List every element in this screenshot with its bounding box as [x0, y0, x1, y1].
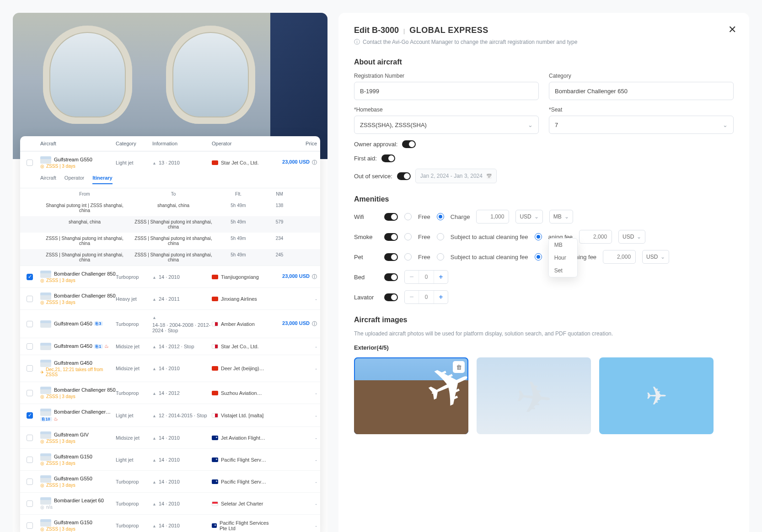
unit-option-mb[interactable]: MB	[549, 239, 577, 251]
reg-input[interactable]: B-1999	[354, 82, 539, 100]
lavator-minus-button[interactable]: −	[405, 291, 419, 303]
table-row[interactable]: Gulfstream GIV◎ ZSSS | 3 days Midsize je…	[20, 426, 320, 448]
smoke-currency-select[interactable]: USD⌄	[618, 230, 645, 244]
table-row[interactable]: Gulfstream G450 ⎘ 1 ♨ Midsize jet 14 · 2…	[20, 338, 320, 355]
aircraft-thumb	[40, 360, 51, 367]
pet-amount-input[interactable]	[603, 250, 636, 264]
first-aid-toggle[interactable]	[381, 154, 395, 162]
seats-icon	[152, 501, 156, 506]
row-checkbox[interactable]	[27, 479, 33, 485]
tab-itinerary[interactable]: Itinerary	[92, 175, 112, 184]
seat-select[interactable]: 7⌄	[549, 116, 734, 134]
close-icon[interactable]: ✕	[728, 24, 736, 36]
calendar-icon	[486, 173, 492, 179]
wifi-charge-radio[interactable]	[437, 213, 444, 220]
flag-icon	[212, 366, 218, 371]
bed-label: Bed	[354, 274, 378, 281]
detail-tabs: AircraftOperatorItinerary	[20, 173, 320, 188]
exterior-label: Exterior(4/5)	[354, 344, 734, 351]
pet-clean-radio[interactable]	[437, 253, 444, 261]
col-category: Category	[116, 141, 152, 146]
wifi-amount-input[interactable]	[476, 210, 509, 223]
exterior-image-3[interactable]: ✈	[599, 357, 714, 434]
unit-option-set[interactable]: Set	[549, 264, 577, 277]
row-checkbox[interactable]	[27, 321, 33, 327]
row-checkbox[interactable]: ✓	[27, 412, 33, 419]
seat-label: *Seat	[549, 106, 734, 113]
out-of-service-toggle[interactable]	[397, 172, 411, 180]
table-row[interactable]: Bombardier Challenger 850◎ ZSSS | 3 days…	[20, 287, 320, 309]
row-checkbox[interactable]	[27, 160, 33, 166]
wifi-toggle[interactable]	[384, 213, 398, 221]
row-checkbox[interactable]	[27, 457, 33, 463]
firstaid-label: First aid:	[354, 155, 377, 162]
exterior-image-1[interactable]: ✈ 🗑	[354, 357, 468, 434]
row-checkbox[interactable]	[27, 296, 33, 302]
flag-icon	[212, 479, 218, 484]
aircraft-thumb	[40, 497, 51, 505]
bed-minus-button[interactable]: −	[405, 271, 419, 283]
bed-stepper[interactable]: − 0 +	[404, 270, 448, 284]
seats-icon	[152, 457, 156, 463]
owner-approval-toggle[interactable]	[402, 140, 416, 148]
edit-title: Edit B-3000	[354, 26, 399, 35]
seats-icon	[152, 435, 156, 441]
row-checkbox[interactable]	[27, 390, 33, 396]
aircraft-list-panel: Aircraft Category Information Operator P…	[13, 13, 327, 532]
section-about: About aircraft	[354, 58, 734, 66]
cat-input[interactable]: Bombardier Challenger 650	[549, 82, 734, 100]
row-checkbox[interactable]	[27, 522, 33, 529]
smoke-label: Smoke	[354, 234, 378, 240]
table-row[interactable]: Gulfstream G150◎ ZSSS | 3 days Light jet…	[20, 448, 320, 470]
row-checkbox[interactable]	[27, 500, 33, 507]
smoke-amount-input[interactable]	[579, 230, 612, 244]
wifi-unit-dropdown: MB Hour Set	[548, 238, 578, 277]
flag-icon	[212, 501, 218, 506]
unit-option-hour[interactable]: Hour	[549, 251, 577, 264]
table-row[interactable]: ✓ Bombardier Challenger… ⎘ 10 ♨ Light je…	[20, 404, 320, 426]
table-row[interactable]: Gulfstream G450✈ Dec,21, 12:21 takes off…	[20, 355, 320, 382]
exterior-image-2[interactable]: ✈	[477, 357, 591, 434]
table-row[interactable]: Gulfstream G450 ⎘ 3 Turboprop 14-18 · 20…	[20, 309, 320, 338]
wifi-currency-select[interactable]: USD⌄	[515, 210, 542, 223]
aircraft-table: Aircraft Category Information Operator P…	[20, 136, 320, 532]
smoke-clean-radio[interactable]	[437, 233, 444, 240]
row-checkbox[interactable]	[27, 365, 33, 372]
chevron-down-icon: ⌄	[528, 122, 533, 128]
flag-icon	[212, 413, 218, 418]
bed-plus-button[interactable]: +	[434, 271, 448, 283]
lavator-plus-button[interactable]: +	[434, 291, 448, 303]
table-row[interactable]: Bombardier Challenger 850◎ ZSSS | 3 days…	[20, 382, 320, 404]
table-row[interactable]: Bombardier Learjet 60◎ n/a Turboprop 14 …	[20, 492, 320, 514]
pet-currency-select[interactable]: USD⌄	[642, 250, 669, 264]
edit-note: Contact the Avi-Go Account Manager to ch…	[363, 39, 577, 45]
pet-toggle[interactable]	[384, 253, 398, 261]
lavator-toggle[interactable]	[384, 293, 398, 301]
wifi-free-radio[interactable]	[404, 213, 412, 220]
seats-icon	[152, 274, 156, 280]
delete-image-icon[interactable]: 🗑	[453, 361, 465, 373]
pet-fixed-radio[interactable]	[535, 253, 542, 261]
lavator-stepper[interactable]: − 0 +	[404, 290, 448, 304]
smoke-toggle[interactable]	[384, 233, 398, 241]
home-select[interactable]: ZSSS(SHA), ZSSS(SHA)⌄	[354, 116, 539, 134]
smoke-fixed-radio[interactable]	[535, 233, 542, 240]
row-checkbox[interactable]: ✓	[27, 274, 33, 280]
row-checkbox[interactable]	[27, 435, 33, 441]
wifi-unit-select[interactable]: MB⌄	[549, 210, 573, 223]
pet-free-radio[interactable]	[404, 253, 412, 261]
oos-date-range[interactable]: Jan 2, 2024 - Jan 3, 2024	[415, 169, 497, 183]
table-row[interactable]: Gulfstream G550◎ ZSSS | 3 days Turboprop…	[20, 470, 320, 492]
table-row[interactable]: Gulfstream G550◎ ZSSS | 3 days Light jet…	[20, 151, 320, 173]
bed-toggle[interactable]	[384, 273, 398, 281]
table-row[interactable]: Gulfstream G150◎ ZSSS | 3 days Turboprop…	[20, 514, 320, 532]
info-icon	[312, 320, 317, 327]
table-row[interactable]: ✓ Bombardier Challenger 850◎ ZSSS | 3 da…	[20, 266, 320, 287]
smoke-free-radio[interactable]	[404, 233, 412, 240]
tab-operator[interactable]: Operator	[64, 175, 84, 184]
seats-icon	[152, 160, 156, 165]
seats-icon	[152, 479, 156, 484]
row-checkbox[interactable]	[27, 343, 33, 350]
aircraft-thumb	[40, 409, 51, 416]
tab-aircraft[interactable]: Aircraft	[40, 175, 56, 184]
